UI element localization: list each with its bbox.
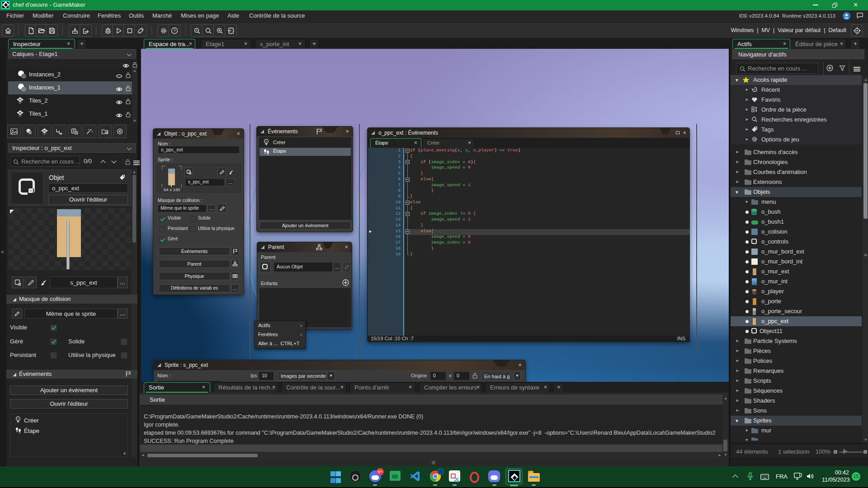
svg-text:?: ? [173, 28, 175, 33]
